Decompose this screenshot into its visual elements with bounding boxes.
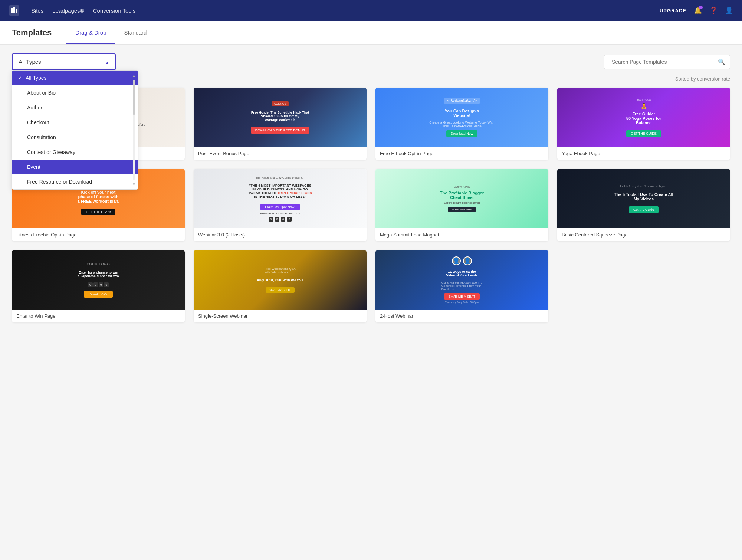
card-cta-contest: I Want to Win bbox=[84, 291, 113, 298]
dropdown-label-all-types: All Types bbox=[26, 75, 47, 81]
card-label-contest: Enter to Win Page bbox=[12, 310, 185, 322]
card-label-webinar: Webinar 3.0 (2 Hosts) bbox=[194, 228, 367, 241]
card-logo-contest: YOUR LOGO bbox=[86, 262, 110, 266]
dropdown-list: ✓ All Types About or Bio Author Checkout bbox=[12, 71, 138, 189]
card-label-yoga: Yoga Ebook Page bbox=[557, 147, 730, 160]
card-title-yoga: Free Guide:50 Yoga Poses forBalance bbox=[623, 109, 664, 128]
notification-icon[interactable]: 🔔 bbox=[694, 6, 702, 14]
card-preview-coding: < CodingCatz /> You Can Design aWebsite!… bbox=[375, 88, 548, 147]
card-preview-yoga: Yoga Yoga 🧘 Free Guide:50 Yoga Poses for… bbox=[557, 88, 730, 147]
card-label-single-webinar: Single-Screen Webinar bbox=[194, 310, 367, 322]
dropdown-label-event: Event bbox=[27, 164, 40, 170]
card-label-squeeze: Basic Centered Squeeze Page bbox=[557, 228, 730, 241]
card-preview-single-webinar: Free Webinar and Q&Awith John Johnson Au… bbox=[194, 250, 367, 310]
dropdown-item-about-bio[interactable]: About or Bio bbox=[12, 85, 138, 100]
card-preview-blogger: COPY KING The Profitable BloggerCheat Sh… bbox=[375, 169, 548, 228]
card-cta-fitness: GET THE PLAN! bbox=[81, 209, 115, 215]
help-icon[interactable]: ❓ bbox=[709, 6, 718, 14]
chevron-up-icon bbox=[105, 59, 109, 65]
scroll-thumb[interactable] bbox=[133, 80, 135, 115]
card-cta-2host: SAVE ME A SEAT bbox=[444, 293, 480, 300]
card-top-single-webinar: Free Webinar and Q&Awith John Johnson bbox=[265, 267, 295, 274]
template-card-agency[interactable]: AGENCY Free Guide: The Schedule Hack Tha… bbox=[194, 88, 367, 160]
dropdown-item-checkout[interactable]: Checkout bbox=[12, 115, 138, 130]
card-title-agency: Free Guide: The Schedule Hack ThatShaved… bbox=[248, 108, 312, 125]
dropdown-label-author: Author bbox=[27, 105, 42, 111]
card-cta-squeeze: Get the Guide bbox=[629, 206, 659, 213]
nav-conversion-tools[interactable]: Conversion Tools bbox=[93, 7, 136, 14]
card-sub-2host: Using Marketing Automation ToGenerate Re… bbox=[441, 281, 483, 291]
card-top-squeeze: In this free guide, I'll share with you: bbox=[620, 184, 667, 188]
dropdown-item-consultation[interactable]: Consultation bbox=[12, 130, 138, 145]
dropdown-item-all-types[interactable]: ✓ All Types bbox=[12, 71, 138, 85]
upgrade-button[interactable]: UPGRADE bbox=[660, 8, 686, 13]
template-card-single-webinar[interactable]: Free Webinar and Q&Awith John Johnson Au… bbox=[194, 250, 367, 322]
nav-links: Sites Leadpages® Conversion Tools bbox=[31, 7, 648, 14]
dropdown-label-contest: Contest or Giveaway bbox=[27, 149, 75, 155]
card-preview-2host: 👤 👤 11 Ways to 5x theValue of Your Leads… bbox=[375, 250, 548, 310]
type-dropdown: ✓ All Types About or Bio Author Checkout bbox=[12, 70, 138, 190]
type-selector-button[interactable]: All Types bbox=[12, 53, 116, 70]
navbar: Sites Leadpages® Conversion Tools UPGRAD… bbox=[0, 0, 742, 21]
card-sub-blogger: Lorem ipsum dolor sit amet bbox=[444, 201, 480, 204]
card-logo-yoga: Yoga Yoga bbox=[637, 98, 651, 101]
tab-drag-drop[interactable]: Drag & Drop bbox=[66, 22, 115, 44]
dropdown-item-contest[interactable]: Contest or Giveaway bbox=[12, 145, 138, 160]
template-card-coding[interactable]: < CodingCatz /> You Can Design aWebsite!… bbox=[375, 88, 548, 160]
card-cta-webinar: Claim My Spot Now! bbox=[260, 204, 300, 210]
template-card-2host[interactable]: 👤 👤 11 Ways to 5x theValue of Your Leads… bbox=[375, 250, 548, 322]
card-cta-single-webinar: SAVE MY SPOT! bbox=[266, 287, 294, 293]
card-cta-coding: Download Now bbox=[446, 130, 478, 137]
search-box: 🔍 bbox=[604, 55, 730, 69]
template-card-webinar[interactable]: Tim Paige and Clay Collins present... "T… bbox=[194, 169, 367, 241]
user-icon[interactable]: 👤 bbox=[725, 6, 733, 14]
dropdown-item-author[interactable]: Author bbox=[12, 100, 138, 115]
filter-row: All Types ✓ All Types About or Bio bbox=[12, 53, 730, 70]
scroll-track bbox=[133, 80, 135, 180]
card-date-single-webinar: August 10, 2018 4:30 PM CST bbox=[254, 275, 306, 285]
card-preview-agency: AGENCY Free Guide: The Schedule Hack Tha… bbox=[194, 88, 367, 147]
card-preview-contest: YOUR LOGO Enter for a chance to wina Jap… bbox=[12, 250, 185, 310]
notification-dot bbox=[699, 6, 703, 9]
scroll-up-arrow[interactable]: ▲ bbox=[132, 72, 136, 79]
search-input[interactable] bbox=[609, 55, 718, 69]
card-title-fitness: Kick off your nextphase of fitness witha… bbox=[74, 187, 122, 206]
tab-group: Drag & Drop Standard bbox=[66, 22, 155, 44]
card-title-blogger: The Profitable BloggerCheat Sheet bbox=[439, 189, 485, 201]
card-title-webinar: "THE 4 MOST IMPORTANT WEBPAGESIN YOUR BU… bbox=[245, 181, 315, 202]
template-card-yoga[interactable]: Yoga Yoga 🧘 Free Guide:50 Yoga Poses for… bbox=[557, 88, 730, 160]
card-label-agency: Post-Event Bonus Page bbox=[194, 147, 367, 160]
type-selector-label: All Types bbox=[19, 59, 41, 65]
card-cta-yoga: GET THE GUIDE bbox=[626, 130, 661, 137]
page-header: Templates Drag & Drop Standard bbox=[0, 21, 742, 45]
card-cta-blogger: Download Now bbox=[448, 207, 476, 212]
card-preview-webinar: Tim Paige and Clay Collins present... "T… bbox=[194, 169, 367, 228]
card-label-fitness: Fitness Freebie Opt-in Page bbox=[12, 228, 185, 241]
logo[interactable] bbox=[9, 5, 19, 16]
card-preview-squeeze: In this free guide, I'll share with you:… bbox=[557, 169, 730, 228]
dropdown-item-free-resource[interactable]: Free Resource or Download bbox=[12, 174, 138, 189]
search-icon: 🔍 bbox=[718, 58, 725, 65]
scroll-down-arrow[interactable]: ▼ bbox=[132, 181, 136, 188]
card-icon-yoga: 🧘 bbox=[641, 103, 647, 109]
card-host-webinar: Tim Paige and Clay Collins present... bbox=[256, 176, 304, 179]
nav-sites[interactable]: Sites bbox=[31, 7, 43, 14]
template-card-blogger[interactable]: COPY KING The Profitable BloggerCheat Sh… bbox=[375, 169, 548, 241]
main-content: All Types ✓ All Types About or Bio bbox=[0, 45, 742, 331]
card-sub-coding: Create a Great Looking Website Today Wit… bbox=[426, 121, 497, 128]
card-label-2host: 2-Host Webinar bbox=[375, 310, 548, 322]
card-brand-blogger: COPY KING bbox=[454, 185, 470, 189]
card-label-blogger: Mega Summit Lead Magnet bbox=[375, 228, 548, 241]
template-card-contest[interactable]: YOUR LOGO Enter for a chance to wina Jap… bbox=[12, 250, 185, 322]
dropdown-label-free-resource: Free Resource or Download bbox=[27, 179, 92, 185]
template-card-squeeze[interactable]: In this free guide, I'll share with you:… bbox=[557, 169, 730, 241]
nav-leadpages[interactable]: Leadpages® bbox=[52, 7, 84, 14]
card-title-squeeze: The 5 Tools I Use To Create AllMy Videos bbox=[611, 189, 676, 204]
tab-standard[interactable]: Standard bbox=[115, 22, 156, 44]
card-badge-agency: AGENCY bbox=[272, 101, 289, 106]
dropdown-label-consultation: Consultation bbox=[27, 134, 56, 140]
dropdown-item-event[interactable]: Event bbox=[12, 160, 138, 174]
card-date-webinar: WEDNESDAY November 17th bbox=[260, 212, 300, 215]
card-label-coding: Free E-book Opt-in Page bbox=[375, 147, 548, 160]
card-host1-avatar: 👤 bbox=[452, 256, 461, 265]
